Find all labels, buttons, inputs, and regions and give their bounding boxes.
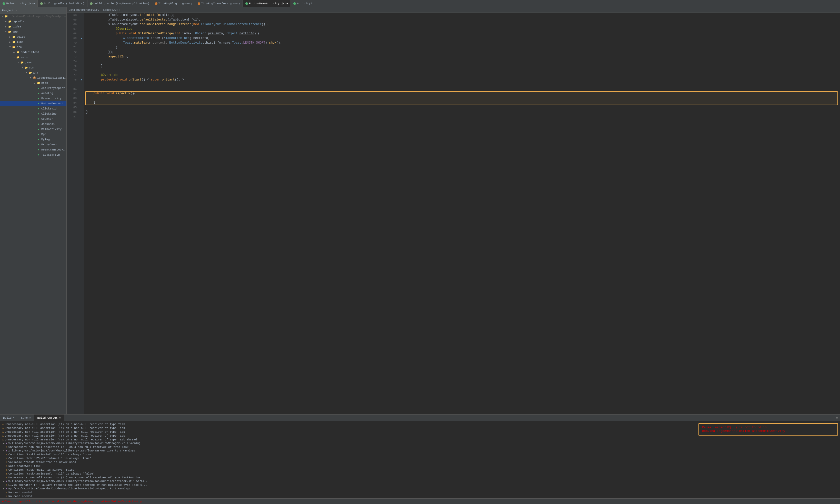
build-tfm-warn[interactable]: ⚠ Unnecessary non-null assertion (!!) on…: [0, 445, 696, 449]
build-tr-warn-2[interactable]: ⚠ Condition 'behindTaskInfo!=null' is al…: [0, 456, 696, 460]
sidebar-item-log-demo-app[interactable]: ▼ 📁 LogDemoApplication ~/AndroidStudioPr…: [0, 14, 67, 19]
sidebar-item-main[interactable]: ▼ 📂 main: [0, 55, 67, 60]
sidebar-item-my-tag[interactable]: ▶ ● MyTag: [0, 137, 67, 142]
java-file-icon: ●: [36, 127, 40, 131]
build-file-group-task-flow-manager[interactable]: ▶ ■ x-library/src/main/java/com/xha/x_li…: [0, 442, 696, 445]
build-trl-warn[interactable]: ⚠ Elvis operator (?:) always returns the…: [0, 483, 696, 487]
sidebar-item-reentrant-lock-demo3[interactable]: ▶ ● ReentrantLockDemo3: [0, 147, 67, 152]
tab-icon-build-gradle-src: [40, 2, 43, 5]
editor-gutter: ● ●: [79, 13, 84, 414]
sidebar-item-proxy-demo[interactable]: ▶ ● ProxyDemo: [0, 142, 67, 147]
sidebar-item-androidtest[interactable]: ▶ 📁 androidTest: [0, 50, 67, 55]
warning-icon: ⚠: [6, 461, 7, 464]
sidebar-item-auto-log[interactable]: ▶ ● AutoLog: [0, 91, 67, 96]
java-file-icon: ●: [36, 122, 40, 126]
build-tr-warn-1[interactable]: ⚠ Condition 'taskRuntimeInfo!=null' is a…: [0, 452, 696, 456]
sidebar-item-app[interactable]: ▼ 📂 app: [0, 29, 67, 34]
folder-icon: 📁: [8, 19, 12, 23]
sidebar-item-base-activity[interactable]: ▶ ● BaseActivity: [0, 96, 67, 101]
sidebar-item-mpp[interactable]: ▶ ● Mpp: [0, 132, 67, 137]
bottom-tab-build[interactable]: Build ●: [0, 415, 18, 421]
sidebar-item-libs[interactable]: ▶ 📁 libs: [0, 39, 67, 44]
code-content[interactable]: xTabBottomLayout.inflateinfo(mlist); xTa…: [84, 13, 840, 414]
sidebar-header: Project ▼: [0, 7, 67, 14]
java-file-icon: ●: [36, 138, 40, 142]
bottom-tab-sync[interactable]: Sync ✕: [18, 415, 34, 421]
code-line-63: xTabBottomLayout.inflateinfo(mlist);: [86, 13, 838, 17]
tab-bottom-demo-activity[interactable]: BottomDemoActivity.java: [243, 0, 291, 7]
warning-badge: 1 warning: [127, 442, 141, 445]
breadcrumb-separator: ›: [100, 8, 102, 12]
build-warn-5[interactable]: ⚠ Unnecessary non-null assertion (!!) on…: [0, 437, 696, 442]
sidebar-item-src[interactable]: ▼ 📂 src: [0, 44, 67, 50]
sidebar-item-task-start-up[interactable]: ▶ ● TaskStartUp: [0, 152, 67, 157]
sidebar-item-main-activity[interactable]: ▶ ● MainActivity: [0, 127, 67, 132]
sidebar-item-idea[interactable]: ▶ 📁 .idea: [0, 24, 67, 29]
build-warn-4[interactable]: ⚠ Unnecessary non-null assertion (!!) on…: [0, 434, 696, 437]
tab-main-activity[interactable]: MainActivity.java: [0, 0, 38, 7]
module-folder-icon: 📂: [8, 30, 12, 34]
build-file-group-task-runtime-listener[interactable]: ▶ ■ x-library/src/main/java/com/xha/x_li…: [0, 480, 696, 483]
tab-label-tiny-png-plugin: TinyPngPlugin.groovy: [159, 2, 192, 5]
sidebar-item-logdemoapplication[interactable]: ▼ 📦 logdemoapplication: [0, 75, 67, 80]
bottom-tab-build-output[interactable]: Build Output ✕: [34, 415, 64, 421]
bottom-tab-sync-label: Sync: [21, 416, 28, 419]
folder-icon: 📁: [36, 81, 40, 85]
sidebar-item-label: Counter: [41, 118, 53, 121]
file-icon: ■: [6, 487, 7, 490]
java-file-icon: ●: [36, 86, 40, 90]
bottom-panel-settings-icon[interactable]: ⚙: [836, 416, 838, 420]
java-file-icon: ●: [36, 107, 40, 111]
tab-build-gradle-log[interactable]: build.gradle (LogDemoApplication): [87, 0, 152, 7]
build-item-text: Elvis operator (?:) always returns the l…: [8, 484, 147, 487]
sidebar-item-jisuanqi[interactable]: ▶ ● Jisuanqi: [0, 122, 67, 127]
sidebar-item-java[interactable]: ▼ 📂 java: [0, 60, 67, 65]
code-line-75: }: [86, 64, 838, 68]
build-file-group-task-runtime[interactable]: ▼ ■ x-library/src/main/java/com/xha/x_li…: [0, 449, 696, 452]
build-tr-warn-4[interactable]: ⚠ Name shadowed: task: [0, 464, 696, 468]
sidebar-item-label: build: [17, 35, 25, 38]
sidebar-item-label: src: [17, 46, 22, 49]
build-tr-warn-6[interactable]: ⚠ Condition 'taskRuntimeInfo==null' is a…: [0, 472, 696, 475]
bottom-tab-sync-close[interactable]: ✕: [29, 416, 31, 419]
build-tr-warn-5[interactable]: ⚠ Condition 'task==null' is always 'fals…: [0, 468, 696, 472]
build-item-text: x-library/src/main/java/com/xha/x_librar…: [8, 480, 132, 483]
tab-tiny-png-transform[interactable]: TinyPngTransform.groovy: [195, 0, 243, 7]
build-tr-warn-3[interactable]: ⚠ Variable 'taskRuntimeInfo' is never us…: [0, 460, 696, 464]
warning-icon: ⚠: [6, 464, 7, 468]
sidebar-item-label: MyTag: [41, 138, 50, 141]
code-line-87: [86, 114, 838, 119]
arrow-icon: ▼: [24, 72, 28, 74]
sidebar-item-build[interactable]: ▶ 📁 build: [0, 34, 67, 39]
sidebar-item-bottom-demo-activity[interactable]: ▶ ● BottomDemoActivity: [0, 101, 67, 106]
sidebar-item-label: http: [41, 82, 48, 85]
code-line-77: @Override: [86, 73, 838, 77]
build-aa-warn-2[interactable]: ⚠ No cast needed: [0, 494, 696, 498]
sidebar-item-label: xha: [33, 71, 38, 74]
sidebar-item-activity-aspect[interactable]: ▶ ● ActivityAspect: [0, 86, 67, 91]
sidebar-item-counter[interactable]: ▶ ● Counter: [0, 116, 67, 122]
sidebar-item-com[interactable]: ▼ 📂 com: [0, 65, 67, 70]
sidebar-item-gradle[interactable]: ▶ 📁 .gradle: [0, 19, 67, 24]
bottom-tab-build-output-close[interactable]: ✕: [59, 416, 61, 419]
build-warn-1[interactable]: ⚠ Unnecessary non-null assertion (!!) on…: [0, 422, 696, 426]
tab-build-gradle-src[interactable]: build.gradle (:buildSrc): [38, 0, 87, 7]
sidebar-item-click-byid[interactable]: ▶ ● ClickById: [0, 106, 67, 111]
folder-icon: 📂: [12, 45, 16, 49]
tab-tiny-png-plugin[interactable]: TinyPngPlugin.groovy: [152, 0, 195, 7]
build-warn-2[interactable]: ⚠ Unnecessary non-null assertion (!!) on…: [0, 426, 696, 430]
build-file-group-activity-aspect[interactable]: ▶ ■ app/src/main/java/com/xha/logdemoapp…: [0, 487, 696, 490]
build-item-text: Unnecessary non-null assertion (!!) on a…: [8, 446, 129, 449]
build-warn-3[interactable]: ⚠ Unnecessary non-null assertion (!!) on…: [0, 430, 696, 434]
sidebar-item-click-time[interactable]: ▶ ● ClickTime: [0, 111, 67, 116]
tab-activity-a[interactable]: ActivityA...: [291, 0, 320, 7]
build-item-text: Variable 'taskRuntimeInfo' is never used: [8, 461, 76, 464]
build-item-text: Name shadowed: task: [8, 465, 40, 468]
build-tr-warn-7[interactable]: ⚠ Unnecessary non-null assertion (!!) on…: [0, 475, 696, 480]
sidebar-item-http[interactable]: ▶ 📁 http: [0, 80, 67, 86]
project-dropdown-icon[interactable]: ▼: [15, 9, 17, 12]
tab-icon-tiny-png-plugin: [155, 2, 157, 5]
build-aa-warn-1[interactable]: ⚠ No cast needed: [0, 490, 696, 494]
sidebar-item-xha[interactable]: ▼ 📂 xha: [0, 70, 67, 75]
code-editor[interactable]: 63 65 66 67 68 69 70 71 72 73 74 75 76 7…: [67, 13, 840, 414]
